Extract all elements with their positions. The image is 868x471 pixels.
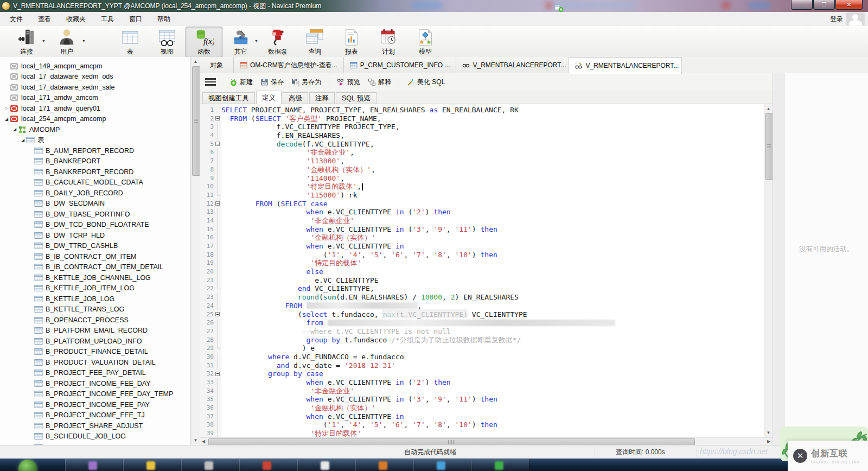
menu-item-5[interactable]: 帮助: [150, 12, 178, 26]
code-line[interactable]: 31 and d.vc_date = '2018-12-31': [200, 361, 615, 370]
expand-icon[interactable]: ▷: [3, 106, 10, 111]
code-line[interactable]: 16 '金融机构（实体）': [200, 233, 615, 242]
tree-item[interactable]: ◢local_254_amcpm_amcomp: [0, 114, 190, 125]
doc-tab-0[interactable]: 对象: [200, 57, 234, 73]
scroll-right-icon[interactable]: ▶: [765, 438, 773, 445]
sql-code[interactable]: 1SELECT PROJECT_NAME, PROJECT_TYPE, EN_R…: [200, 106, 615, 437]
table-item[interactable]: B_BANKREPORT: [0, 156, 190, 167]
code-line[interactable]: 32 group by case: [200, 370, 615, 378]
toolbar-button-table[interactable]: 表: [112, 27, 149, 58]
code-line[interactable]: 26 from: [200, 319, 615, 327]
close-button[interactable]: ✕: [835, 0, 863, 10]
table-item[interactable]: B_PRODUCT_VALUATION_DETAIL: [0, 357, 190, 368]
taskbar[interactable]: [0, 459, 868, 471]
sidebar-scrollbar[interactable]: ▲ ▼: [191, 57, 200, 445]
scroll-up-icon[interactable]: ▲: [192, 58, 200, 66]
code-line[interactable]: 21 e.VC_CLIENTTYPE: [200, 276, 615, 285]
taskbar-app-0[interactable]: [65, 459, 123, 471]
toolbar-button-function[interactable]: f(x)函数: [186, 27, 222, 58]
toolbar-button-connection[interactable]: 连接▼: [7, 27, 47, 58]
code-line[interactable]: 39 '特定目的载体': [200, 429, 615, 437]
save-button[interactable]: 保存: [257, 76, 288, 88]
editor-tab-3[interactable]: 注释: [309, 92, 335, 104]
editor-tab-2[interactable]: 高级: [283, 92, 308, 104]
toolbar-button-user[interactable]: 用户▼: [47, 27, 87, 58]
taskbar-app-4[interactable]: [297, 459, 355, 471]
table-item[interactable]: B_PROJECT_INCOME_FEE_DAY_TEMP: [0, 389, 190, 400]
scroll-down-icon[interactable]: ▼: [764, 429, 773, 437]
table-item[interactable]: B_AUM_REPORT_RECORD: [0, 145, 190, 156]
table-item[interactable]: B_PROJECT_FEE_PAY_DETAIL: [0, 368, 190, 379]
table-item[interactable]: B_PLATFORM_UPLOAD_INFO: [0, 336, 190, 347]
code-line[interactable]: 27 --where t.VC_CLIENTTYPE is not null: [200, 327, 615, 336]
minimize-button[interactable]: –: [791, 0, 813, 10]
code-line[interactable]: 11 '115000') rk: [200, 191, 615, 200]
code-line[interactable]: 38 ('1', '4', '5', '6', '7', '8', '10') …: [200, 421, 615, 429]
code-line[interactable]: 22 end VC_CLIENTTYPE,: [200, 284, 615, 293]
table-item[interactable]: B_IB_CONTRACT_OM_ITEM_DETAIL: [0, 262, 190, 273]
new-tab-button[interactable]: [554, 3, 564, 12]
table-item[interactable]: B_DW_TCD_BOND_FLOATRATE: [0, 220, 190, 231]
table-item[interactable]: B_CACULATE_MODEL_CDATA: [0, 177, 190, 188]
tree-item[interactable]: local_17_dataware_xedm_ods: [0, 72, 190, 82]
menu-item-2[interactable]: 收藏夹: [59, 12, 93, 26]
taskbar-app-7[interactable]: [471, 459, 529, 471]
beautify-button[interactable]: 美化 SQL: [403, 76, 449, 88]
table-item[interactable]: B_DW_TBASE_PORTINFO: [0, 209, 190, 220]
taskbar-app-3[interactable]: [239, 459, 297, 471]
code-line[interactable]: 5 decode(f.VC_CLIENTTYPE,: [200, 140, 615, 149]
taskbar-app-2[interactable]: [181, 459, 239, 471]
table-item[interactable]: B_DW_TTRD_CASHLB: [0, 241, 190, 252]
scroll-left-icon[interactable]: ◀: [200, 438, 207, 445]
code-line[interactable]: 37 when e.VC_CLIENTTYPE in: [200, 412, 615, 421]
doc-tab-2[interactable]: P_CRM_CUSTOMER_INFO ...: [344, 57, 457, 73]
editor-vscrollbar[interactable]: ▲ ▼: [764, 104, 773, 437]
fold-toggle-icon[interactable]: [214, 310, 221, 319]
table-item[interactable]: B_BANKREPORT_RECORD: [0, 167, 190, 177]
code-line[interactable]: 29 ) e: [200, 344, 615, 353]
toolbar-button-query[interactable]: 查询: [296, 27, 333, 58]
saveas-button[interactable]: 另存为: [288, 76, 325, 88]
taskbar-app-1[interactable]: [123, 459, 181, 471]
code-line[interactable]: 23 round(sum(d.EN_REALSHARES) / 10000, 2…: [200, 293, 615, 302]
toolbar-button-datapump[interactable]: 数据泵: [259, 27, 296, 58]
scroll-up-icon[interactable]: ▲: [764, 105, 773, 113]
code-line[interactable]: 28 group by t.fundacco /*分组是为了防止垃圾数据即重复数…: [200, 336, 615, 345]
table-item[interactable]: B_KETTLE_TRANS_LOG: [0, 304, 190, 315]
toolbar-button-report[interactable]: 报表: [333, 27, 370, 58]
code-line[interactable]: 36 '金融机构（实体）': [200, 404, 615, 412]
code-line[interactable]: 20 else: [200, 268, 615, 276]
collapse-icon[interactable]: ◢: [11, 127, 18, 132]
explain-button[interactable]: 解释: [364, 76, 395, 88]
hamburger-menu-icon[interactable]: [205, 78, 216, 86]
toolbar-button-others[interactable]: 其它▼: [222, 27, 259, 58]
tree-item[interactable]: ◢AMCOMP: [0, 124, 190, 135]
editor-tab-0[interactable]: 视图创建工具: [202, 92, 255, 104]
code-line[interactable]: 19 '特定目的载体': [200, 259, 615, 268]
fold-toggle-icon[interactable]: [214, 200, 221, 208]
menu-item-0[interactable]: 文件: [2, 12, 30, 26]
toolbar-button-schedule[interactable]: 计划: [370, 27, 407, 58]
code-line[interactable]: 8 '金融机构（实体）',: [200, 166, 615, 174]
tree-item[interactable]: ◢表: [0, 135, 190, 146]
table-item[interactable]: B_PROJECT_INCOME_FEE_DAY: [0, 378, 190, 389]
table-item[interactable]: B_DW_TCRP_HLD: [0, 230, 190, 241]
doc-tab-4[interactable]: V_RMENTBALANCEREPORT...: [569, 57, 682, 74]
menu-item-3[interactable]: 工具: [93, 12, 122, 26]
table-item[interactable]: B_KETTLE_JOB_ITEM_LOG: [0, 283, 190, 294]
code-line[interactable]: 7 '113000',: [200, 157, 615, 166]
doc-tab-3[interactable]: V_RMENTBALANCEREPORT...: [456, 57, 569, 73]
tree-item[interactable]: local_171_amdw_amcom: [0, 93, 190, 104]
code-line[interactable]: 3 f.VC_CLIENTTYPE PROJECT_TYPE,: [200, 123, 615, 131]
code-line[interactable]: 13 when e.VC_CLIENTTYPE in ('2') then: [200, 208, 615, 217]
table-item[interactable]: B_IB_CONTRACT_OM_ITEM: [0, 251, 190, 262]
tree-item[interactable]: local_17_dataware_xedm_sale: [0, 82, 190, 93]
table-item[interactable]: B_KETTLE_JOB_CHANNEL_LOG: [0, 272, 190, 283]
panel-splitter[interactable]: [773, 73, 784, 445]
code-line[interactable]: 33 when e.VC_CLIENTTYPE in ('2') then: [200, 378, 615, 387]
collapse-icon[interactable]: ◢: [20, 138, 26, 143]
collapse-icon[interactable]: ◢: [3, 117, 10, 122]
toolbar-button-view[interactable]: 视图: [149, 27, 186, 58]
code-line[interactable]: 12 FROM (SELECT case: [200, 200, 615, 208]
table-item[interactable]: B_SCHEDULE_JOB_LOG: [0, 431, 190, 442]
